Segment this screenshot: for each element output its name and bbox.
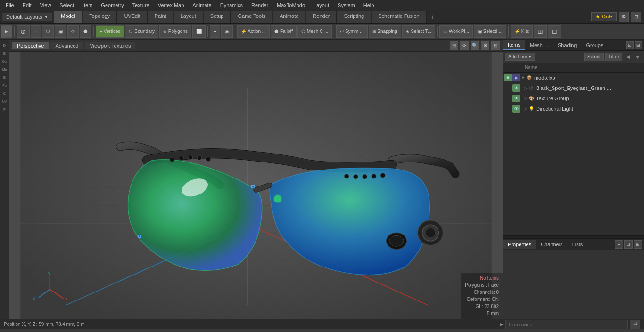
item-dir-light[interactable]: 👁 ▷ 💡 Directional Light: [503, 104, 644, 114]
tool-boundary[interactable]: ⬡ Boundary: [125, 25, 158, 38]
left-tool-2[interactable]: E: [1, 49, 8, 57]
viewport-canvas[interactable]: X Y Z No Items Polygons : Face Channels:…: [9, 52, 503, 319]
tool-icon2[interactable]: ⊟: [548, 25, 561, 38]
items-expand-icon[interactable]: ⊡: [626, 41, 634, 49]
tab-lists[interactable]: Lists: [568, 240, 588, 249]
layout-tab-paint[interactable]: Paint: [148, 11, 173, 23]
prop-settings-icon[interactable]: ⊞: [634, 240, 642, 249]
items-filter-button[interactable]: Filter: [605, 53, 622, 61]
menu-item[interactable]: Item: [79, 1, 96, 9]
tab-items[interactable]: Items: [503, 40, 525, 50]
items-collapse-icon[interactable]: ◀: [624, 53, 632, 61]
prop-expand-icon[interactable]: ⊡: [624, 240, 633, 249]
layout-dropdown[interactable]: Default Layouts ▼: [2, 13, 52, 21]
menu-file[interactable]: File: [2, 1, 18, 9]
tool-polygons[interactable]: ◈ Polygons: [159, 25, 191, 38]
tab-groups[interactable]: Groups: [581, 41, 608, 49]
left-tool-7[interactable]: UV: [1, 97, 8, 105]
item-eye-light[interactable]: 👁: [512, 105, 520, 113]
menu-geometry[interactable]: Geometry: [97, 1, 127, 9]
add-item-button[interactable]: Add Item ▼: [505, 53, 535, 61]
menu-vertex-map[interactable]: Vertex Map: [154, 1, 188, 9]
layout-tab-topology[interactable]: Topology: [83, 11, 117, 23]
menu-edit[interactable]: Edit: [19, 1, 35, 9]
tool-shape[interactable]: ⬟: [80, 25, 91, 38]
viewport[interactable]: Perspective Advanced Viewport Textures ⊞…: [9, 40, 503, 319]
viewport-fit-button[interactable]: ⊞: [450, 41, 458, 50]
items-expand2-icon[interactable]: ▼: [634, 53, 642, 61]
layout-tab-model[interactable]: Model: [54, 11, 82, 23]
left-tool-8[interactable]: F: [1, 105, 8, 113]
tool-polygon[interactable]: ⬡: [42, 25, 54, 38]
viewport-tab-textures[interactable]: Viewport Textures: [85, 42, 135, 49]
tool-rotate[interactable]: ⟳: [67, 25, 79, 38]
item-eye-eyeglass[interactable]: 👁: [512, 84, 520, 92]
layout-tab-scripting[interactable]: Scripting: [337, 11, 371, 23]
viewport-orbit-button[interactable]: ⟳: [460, 41, 469, 50]
tool-mesh-c[interactable]: ⬡ Mesh C ...: [297, 25, 332, 38]
item-expand-modo[interactable]: ▼: [521, 75, 525, 80]
tool-symm[interactable]: ⇄ Symm ...: [336, 25, 367, 38]
layout-fullscreen-icon[interactable]: ⊡: [631, 12, 641, 22]
tool-center[interactable]: ⊕: [17, 25, 30, 38]
star-only-button[interactable]: ★ Only: [591, 12, 617, 21]
layout-tab-schematic[interactable]: Schematic Fusion: [372, 11, 426, 23]
left-tool-5[interactable]: Po: [1, 81, 8, 89]
layout-tab-uvedit[interactable]: UVEdit: [117, 11, 147, 23]
item-eye-modo[interactable]: 👁: [504, 74, 512, 81]
viewport-search-button[interactable]: 🔍: [471, 41, 479, 50]
tool-work-pl[interactable]: ▭ Work Pl...: [439, 25, 473, 38]
tool-select-t[interactable]: ◈ Select T...: [402, 25, 436, 38]
prop-add-icon[interactable]: +: [615, 240, 623, 249]
tool-vertices[interactable]: ● Vertices: [96, 25, 124, 38]
menu-view[interactable]: View: [36, 1, 55, 9]
item-expand-light[interactable]: ▷: [524, 106, 527, 111]
menu-dynamics[interactable]: Dynamics: [216, 1, 247, 9]
tool-box[interactable]: ▣: [55, 25, 66, 38]
left-tool-1[interactable]: D: [1, 41, 8, 49]
left-tool-dup[interactable]: Du: [1, 57, 8, 65]
left-tool-4[interactable]: E: [1, 73, 8, 81]
layout-tab-animate[interactable]: Animate: [273, 11, 305, 23]
tool-target[interactable]: ◉: [221, 25, 233, 38]
left-tool-6[interactable]: C: [1, 89, 8, 97]
menu-layout[interactable]: Layout: [310, 1, 333, 9]
menu-select[interactable]: Select: [56, 1, 78, 9]
viewport-settings-button[interactable]: ⚙: [481, 41, 489, 50]
menu-texture[interactable]: Texture: [129, 1, 153, 9]
viewport-tab-perspective[interactable]: Perspective: [12, 42, 49, 49]
viewport-tab-advanced[interactable]: Advanced: [50, 42, 83, 49]
tool-circle[interactable]: ○: [31, 25, 41, 38]
items-select-button[interactable]: Select: [584, 53, 604, 61]
tool-kits[interactable]: ⚡ Kits: [511, 25, 533, 38]
tool-square[interactable]: ⬜: [192, 25, 206, 38]
item-expand-eyeglass[interactable]: ▷: [524, 86, 527, 90]
menu-help[interactable]: Help: [360, 1, 378, 9]
tool-select-arrow[interactable]: ▶: [1, 25, 12, 38]
menu-maxtomodo[interactable]: MaxToModo: [273, 1, 309, 9]
tool-circle2[interactable]: ●: [210, 25, 220, 38]
items-settings-icon[interactable]: ⊞: [635, 41, 642, 49]
layout-tab-setup[interactable]: Setup: [204, 11, 231, 23]
item-eye2-modo[interactable]: ▶: [512, 74, 520, 81]
tab-channels[interactable]: Channels: [536, 240, 567, 249]
tool-snapping[interactable]: ⊞ Snapping: [369, 25, 401, 38]
add-layout-tab-button[interactable]: +: [427, 11, 438, 23]
layout-tab-game-tools[interactable]: Game Tools: [231, 11, 272, 23]
item-eyeglass[interactable]: 👁 ▷ ⬡ Black_Sport_Eyeglass_Green ...: [503, 83, 644, 93]
layout-tab-layout[interactable]: Layout: [174, 11, 203, 23]
tool-selecti[interactable]: ▣ Selecti ...: [474, 25, 506, 38]
command-input[interactable]: [505, 320, 628, 329]
item-texture-group[interactable]: 👁 ▷ 🎨 Texture Group: [503, 93, 644, 104]
menu-animate[interactable]: Animate: [189, 1, 215, 9]
layout-settings-icon[interactable]: ⚙: [619, 12, 629, 22]
tab-shading[interactable]: Shading: [553, 41, 581, 49]
tool-icon1[interactable]: ⊞: [534, 25, 547, 38]
menu-system[interactable]: System: [334, 1, 359, 9]
menu-render[interactable]: Render: [248, 1, 272, 9]
left-tool-3[interactable]: Me: [1, 65, 8, 73]
tab-properties[interactable]: Properties: [503, 240, 536, 249]
layout-tab-render[interactable]: Render: [306, 11, 337, 23]
viewport-expand-button[interactable]: ⊡: [491, 41, 500, 50]
tool-action[interactable]: ⚡ Action ...: [237, 25, 270, 38]
